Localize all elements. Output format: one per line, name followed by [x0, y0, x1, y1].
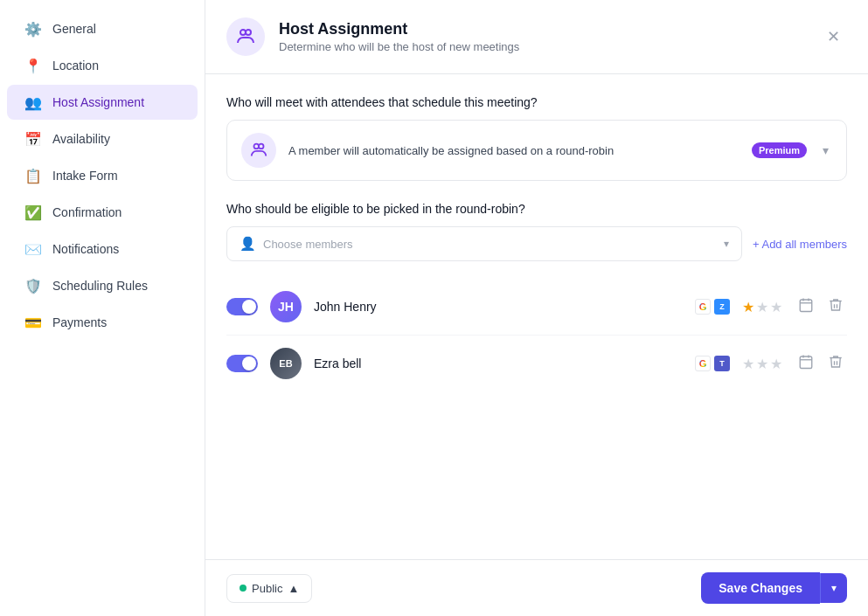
add-all-members-link[interactable]: + Add all members: [753, 238, 847, 251]
google-icon: G: [695, 356, 711, 371]
delete-icon[interactable]: [824, 350, 847, 377]
member-icons-john: G Z: [695, 299, 730, 315]
save-changes-button[interactable]: Save Changes: [701, 572, 820, 604]
content-header: Host Assignment Determine who will be th…: [205, 0, 868, 74]
sidebar-item-label: Scheduling Rules: [52, 279, 148, 293]
intake-form-icon: 📋: [24, 167, 42, 184]
scheduling-rules-icon: 🛡️: [24, 277, 42, 294]
star-3[interactable]: ★: [770, 299, 782, 315]
member-toggle-john[interactable]: [226, 298, 258, 315]
member-name-john: John Henry: [314, 300, 683, 314]
sidebar-item-label: General: [52, 22, 96, 36]
teams-icon: T: [714, 356, 730, 371]
calendar-icon[interactable]: [795, 350, 817, 377]
action-icons-john: [795, 294, 847, 320]
public-button[interactable]: Public ▲: [226, 574, 312, 603]
sidebar-item-payments[interactable]: 💳 Payments: [7, 305, 198, 340]
round-robin-text: A member will automatically be assigned …: [288, 144, 740, 157]
section1-title: Who will meet with attendees that schedu…: [226, 95, 847, 109]
section2-title: Who should be eligible to be picked in t…: [226, 202, 847, 216]
host-assignment-icon: 👥: [24, 93, 42, 111]
chevron-up-icon: ▲: [288, 582, 299, 595]
round-robin-icon: [241, 133, 276, 168]
sidebar-item-location[interactable]: 📍 Location: [7, 48, 198, 83]
content-body: Who will meet with attendees that schedu…: [205, 74, 868, 559]
star-1[interactable]: ★: [742, 299, 754, 315]
location-icon: 📍: [24, 57, 42, 74]
panel-subtitle: Determine who will be the host of new me…: [279, 40, 805, 53]
save-dropdown-button[interactable]: ▾: [820, 573, 847, 603]
confirmation-icon: ✅: [24, 204, 42, 221]
main-panel: Host Assignment Determine who will be th…: [205, 0, 868, 616]
header-text: Host Assignment Determine who will be th…: [279, 20, 805, 53]
panel-title: Host Assignment: [279, 20, 805, 38]
save-group: Save Changes ▾: [701, 572, 847, 604]
panel-icon: [226, 17, 265, 56]
zoom-icon: Z: [714, 299, 730, 315]
star-1[interactable]: ★: [742, 356, 754, 372]
sidebar: ⚙️ General 📍 Location 👥 Host Assignment …: [0, 0, 205, 616]
sidebar-item-confirmation[interactable]: ✅ Confirmation: [7, 195, 198, 230]
general-icon: ⚙️: [24, 20, 42, 38]
svg-point-3: [259, 144, 264, 149]
sidebar-item-notifications[interactable]: ✉️ Notifications: [7, 232, 198, 266]
sidebar-item-label: Payments: [52, 315, 107, 329]
sidebar-item-label: Notifications: [52, 242, 119, 256]
sidebar-item-intake-form[interactable]: 📋 Intake Form: [7, 158, 198, 193]
avatar: EB: [270, 348, 302, 379]
sidebar-item-general[interactable]: ⚙️ General: [7, 11, 198, 46]
choose-members-row: 👤 Choose members ▾ + Add all members: [226, 226, 847, 261]
sidebar-item-host-assignment[interactable]: 👥 Host Assignment: [7, 85, 198, 120]
choose-members-placeholder: Choose members: [263, 238, 353, 251]
premium-badge: Premium: [752, 142, 807, 158]
close-button[interactable]: ✕: [819, 23, 847, 51]
table-row: JH John Henry G Z ★ ★ ★: [226, 279, 847, 336]
sidebar-item-label: Location: [52, 59, 99, 73]
delete-icon[interactable]: [824, 294, 847, 320]
choose-members-select[interactable]: 👤 Choose members ▾: [226, 226, 742, 261]
google-icon: G: [695, 299, 711, 315]
calendar-icon[interactable]: [795, 294, 817, 320]
table-row: EB Ezra bell G T ★ ★ ★: [226, 336, 847, 391]
sidebar-item-label: Host Assignment: [52, 95, 144, 109]
notifications-icon: ✉️: [24, 240, 42, 258]
availability-icon: 📅: [24, 130, 42, 148]
star-2[interactable]: ★: [756, 356, 768, 372]
action-icons-ezra: [795, 350, 847, 377]
public-label: Public: [252, 582, 282, 595]
sidebar-item-label: Availability: [52, 132, 110, 146]
sidebar-item-availability[interactable]: 📅 Availability: [7, 121, 198, 156]
sidebar-item-scheduling-rules[interactable]: 🛡️ Scheduling Rules: [7, 268, 198, 303]
sidebar-item-label: Intake Form: [52, 169, 118, 183]
star-rating-ezra: ★ ★ ★: [742, 356, 782, 372]
svg-point-1: [246, 30, 251, 35]
member-toggle-ezra[interactable]: [226, 355, 258, 372]
chevron-down-icon: ▾: [724, 238, 729, 250]
round-robin-card: A member will automatically be assigned …: [226, 120, 847, 181]
svg-rect-8: [800, 356, 812, 369]
star-2[interactable]: ★: [756, 299, 768, 315]
star-rating-john: ★ ★ ★: [742, 299, 782, 315]
footer: Public ▲ Save Changes ▾: [205, 559, 868, 616]
payments-icon: 💳: [24, 314, 42, 331]
member-icons-ezra: G T: [695, 356, 730, 371]
sidebar-item-label: Confirmation: [52, 205, 122, 219]
star-3[interactable]: ★: [770, 356, 782, 372]
public-status-dot: [240, 585, 247, 592]
expand-button[interactable]: ▾: [819, 140, 832, 161]
member-name-ezra: Ezra bell: [314, 356, 683, 370]
members-list: JH John Henry G Z ★ ★ ★: [226, 279, 847, 391]
svg-rect-4: [800, 300, 812, 312]
avatar: JH: [270, 291, 302, 322]
people-icon: 👤: [240, 236, 256, 252]
